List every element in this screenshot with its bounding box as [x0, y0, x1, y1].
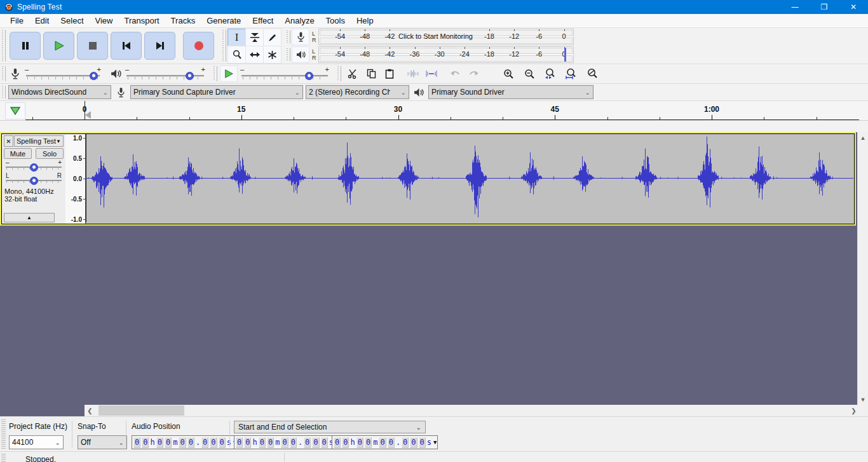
- transcription-toolbar-grip[interactable]: [213, 66, 217, 81]
- fit-project-button[interactable]: [562, 65, 580, 83]
- zoom-tool-button[interactable]: [227, 46, 246, 64]
- vertical-scrollbar[interactable]: ▲ ▼: [857, 132, 868, 405]
- menu-item-tools[interactable]: Tools: [320, 15, 351, 26]
- minimize-button[interactable]: —: [780, 0, 810, 14]
- time-digit[interactable]: 0: [410, 437, 417, 448]
- scroll-right-arrow[interactable]: ❯: [848, 407, 859, 414]
- scroll-left-arrow[interactable]: ❮: [85, 407, 95, 414]
- time-digit[interactable]: 0: [379, 437, 386, 448]
- playback-meter[interactable]: -54-48-42-36-30-24-18-12-60: [318, 46, 574, 63]
- time-unit[interactable]: h: [252, 438, 257, 447]
- time-digit[interactable]: 0: [290, 437, 297, 448]
- undo-button[interactable]: [446, 65, 464, 83]
- time-unit[interactable]: s: [426, 438, 432, 447]
- solo-button[interactable]: Solo: [36, 148, 64, 159]
- copy-button[interactable]: [362, 65, 380, 83]
- play-speed-slider[interactable]: –+: [240, 67, 329, 81]
- recording-meter[interactable]: -54-48-42-18-12-60Click to Start Monitor…: [318, 29, 574, 45]
- time-digit[interactable]: 0: [402, 437, 409, 448]
- menu-item-help[interactable]: Help: [351, 15, 379, 26]
- time-digit[interactable]: 0: [342, 437, 349, 448]
- selection-end-field[interactable]: 00h00m00.000s▼: [332, 435, 438, 449]
- recording-channels-select[interactable]: 2 (Stereo) Recording Chan⌄: [306, 85, 409, 99]
- track-gain-slider[interactable]: – +: [6, 160, 62, 172]
- time-digit[interactable]: 0: [201, 437, 208, 448]
- time-digit[interactable]: 0: [179, 437, 186, 448]
- tools-toolbar-grip[interactable]: [222, 30, 226, 62]
- time-digit[interactable]: 0: [312, 437, 319, 448]
- transport-toolbar-grip[interactable]: [1, 30, 6, 62]
- menu-item-tracks[interactable]: Tracks: [165, 15, 201, 26]
- project-rate-select[interactable]: 44100 ⌄: [9, 435, 64, 449]
- time-digit[interactable]: 0: [236, 437, 243, 448]
- vertical-scale-ruler[interactable]: 1.00.50.0-0.5-1.0: [65, 134, 86, 224]
- playhead-marker-icon[interactable]: [85, 111, 91, 119]
- mute-button[interactable]: Mute: [4, 148, 32, 159]
- time-digit[interactable]: 0: [142, 437, 149, 448]
- envelope-tool-button[interactable]: [245, 29, 264, 46]
- audio-position-field[interactable]: 00h00m00.000s▼: [132, 435, 238, 449]
- pause-button[interactable]: [10, 32, 41, 60]
- time-unit[interactable]: h: [349, 438, 355, 447]
- fit-selection-button[interactable]: [541, 65, 559, 83]
- track-collapse-button[interactable]: ▲: [4, 213, 55, 222]
- menu-item-file[interactable]: File: [4, 15, 29, 26]
- zoom-toggle-button[interactable]: [583, 65, 601, 83]
- menu-item-view[interactable]: View: [90, 15, 119, 26]
- playback-meter-speaker-button[interactable]: [292, 46, 309, 63]
- menu-item-transport[interactable]: Transport: [118, 15, 165, 26]
- multi-tool-button[interactable]: [263, 46, 281, 64]
- scroll-up-arrow[interactable]: ▲: [858, 132, 868, 143]
- zoom-in-button[interactable]: [499, 65, 517, 83]
- time-unit[interactable]: m: [172, 438, 178, 447]
- time-digit[interactable]: 0: [165, 437, 172, 448]
- track-close-button[interactable]: ✕: [4, 135, 13, 147]
- menu-item-generate[interactable]: Generate: [201, 15, 247, 26]
- time-unit[interactable]: h: [149, 438, 155, 447]
- time-unit[interactable]: m: [372, 438, 378, 447]
- menu-item-analyze[interactable]: Analyze: [279, 15, 320, 26]
- selection-mode-select[interactable]: Start and End of Selection ⌄: [234, 421, 426, 433]
- selection-tool-button[interactable]: I: [227, 29, 246, 46]
- playback-volume-thumb[interactable]: [186, 72, 194, 80]
- time-digit[interactable]: 0: [304, 437, 311, 448]
- time-unit[interactable]: m: [275, 438, 280, 447]
- track-gain-thumb[interactable]: [30, 163, 38, 172]
- mixer-toolbar-grip[interactable]: [1, 66, 6, 81]
- silence-audio-button[interactable]: [423, 65, 440, 83]
- record-button[interactable]: [183, 32, 214, 60]
- selection-start-field[interactable]: 00h00m00.000s▼: [234, 435, 340, 449]
- time-unit[interactable]: .: [195, 438, 201, 447]
- skip-to-end-button[interactable]: [144, 32, 175, 60]
- recording-meter-grip[interactable]: [286, 31, 290, 43]
- play-speed-thumb[interactable]: [305, 72, 313, 80]
- menu-item-effect[interactable]: Effect: [247, 15, 279, 26]
- snap-to-select[interactable]: Off ⌄: [78, 435, 127, 449]
- time-digit[interactable]: 0: [388, 437, 395, 448]
- draw-tool-button[interactable]: [263, 29, 281, 46]
- scroll-down-arrow[interactable]: ▼: [858, 394, 868, 405]
- time-field-arrow-icon[interactable]: ▼: [433, 439, 437, 445]
- device-toolbar-grip[interactable]: [1, 86, 6, 99]
- play-at-speed-button[interactable]: [220, 65, 238, 82]
- menu-item-edit[interactable]: Edit: [29, 15, 55, 26]
- paste-button[interactable]: [381, 65, 398, 83]
- edit-toolbar-grip[interactable]: [337, 66, 341, 81]
- playback-device-select[interactable]: Primary Sound Driver⌄: [428, 85, 593, 99]
- recording-volume-slider[interactable]: –+: [25, 67, 101, 81]
- meter-monitoring-hint[interactable]: Click to Start Monitoring: [398, 32, 473, 40]
- skip-to-start-button[interactable]: [111, 32, 142, 60]
- waveform-canvas[interactable]: [86, 134, 853, 222]
- track-pan-slider[interactable]: L R: [6, 173, 62, 186]
- time-digit[interactable]: 0: [267, 437, 274, 448]
- time-unit[interactable]: .: [297, 438, 303, 447]
- time-digit[interactable]: 0: [334, 437, 341, 448]
- recording-volume-thumb[interactable]: [90, 72, 98, 80]
- cut-button[interactable]: [344, 65, 362, 83]
- stop-button[interactable]: [77, 32, 108, 60]
- playback-volume-slider[interactable]: –+: [125, 67, 205, 81]
- audio-host-select[interactable]: Windows DirectSound⌄: [8, 85, 111, 99]
- time-digit[interactable]: 0: [419, 437, 426, 448]
- track-name-button[interactable]: Spelling Test ▼: [14, 135, 64, 147]
- playback-meter-grip[interactable]: [286, 48, 290, 61]
